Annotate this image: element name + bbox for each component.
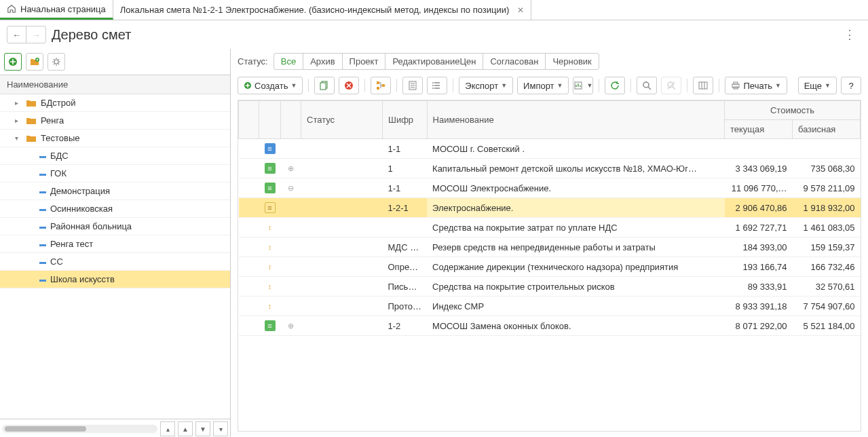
copy-button[interactable]: [314, 77, 335, 94]
row-name: МОСОШ Электроснабжение.: [427, 178, 724, 198]
tree-hscroll[interactable]: [2, 425, 157, 433]
folder-icon: [26, 117, 37, 125]
table-row[interactable]: ≡⊖1-1МОСОШ Электроснабжение.11 096 770,……: [239, 178, 861, 198]
tree-item-label: Осинниковская: [50, 204, 113, 214]
tree-nav-bottom[interactable]: ▾: [213, 421, 228, 436]
tree-item-5[interactable]: ▬Демонстрация: [0, 183, 230, 200]
doc-icon: ▬: [39, 240, 46, 248]
status-tab-4[interactable]: Согласован: [483, 54, 546, 69]
tree-nav-up[interactable]: ▲: [178, 421, 193, 436]
table-row[interactable]: ≡⊕1Капитальный ремонт детской школы иску…: [239, 159, 861, 178]
page-title: Дерево смет: [52, 27, 131, 43]
help-button[interactable]: ?: [841, 77, 861, 94]
table-row[interactable]: ↕Опре…Содержание дирекции (технического …: [239, 257, 861, 277]
list-button[interactable]: [427, 77, 447, 94]
doc-icon: ▬: [39, 258, 46, 265]
table-row[interactable]: ↕Прото…Индекс СМР8 933 391,187 754 907,6…: [239, 297, 861, 316]
table-row[interactable]: ≡1-2-1Электроснабжение.2 906 470,861 918…: [239, 198, 861, 218]
expander-icon[interactable]: ▸: [15, 99, 22, 107]
col-current[interactable]: текущая: [725, 120, 793, 139]
col-status[interactable]: Статус: [301, 101, 383, 139]
menu-dots-button[interactable]: ⋮: [838, 27, 861, 42]
row-base: 1 918 932,00: [793, 198, 861, 218]
expander-icon[interactable]: ▸: [15, 117, 22, 124]
refresh-button[interactable]: [605, 77, 625, 94]
report-button[interactable]: ▼: [573, 77, 593, 94]
hierarchy-button[interactable]: [371, 77, 391, 94]
tree-item-7[interactable]: ▬Районная больница: [0, 218, 230, 235]
col-cost[interactable]: Стоимость: [725, 101, 861, 120]
tree-item-4[interactable]: ▬ГОК: [0, 165, 230, 183]
tree-item-label: ГОК: [50, 168, 67, 178]
expander-icon[interactable]: ▾: [15, 134, 22, 142]
tree-item-6[interactable]: ▬Осинниковская: [0, 200, 230, 218]
export-button[interactable]: Экспорт▼: [459, 77, 513, 94]
col-name[interactable]: Наименование: [427, 101, 724, 139]
doc-icon: ▬: [39, 223, 46, 230]
row-type-icon: ↕: [265, 222, 276, 233]
status-label: Статус:: [238, 56, 268, 66]
delete-button[interactable]: [339, 77, 359, 94]
row-name: Капитальный ремонт детской школы искусст…: [427, 159, 724, 178]
more-button[interactable]: Еще▼: [798, 77, 837, 94]
import-button[interactable]: Импорт▼: [517, 77, 569, 94]
tree-item-2[interactable]: ▾Тестовые: [0, 130, 230, 147]
tree-item-label: Ренга: [41, 115, 64, 126]
tree-item-label: БДС: [50, 151, 69, 161]
status-tab-3[interactable]: РедактированиеЦен: [385, 54, 483, 69]
status-tab-0[interactable]: Все: [274, 54, 303, 69]
svg-rect-9: [382, 84, 385, 87]
nav-back-button[interactable]: ←: [7, 26, 26, 43]
col-base[interactable]: базисная: [793, 120, 861, 139]
status-tab-2[interactable]: Проект: [343, 54, 386, 69]
row-expander[interactable]: ⊕: [281, 159, 301, 178]
add-button[interactable]: [4, 53, 22, 71]
columns-button[interactable]: [693, 77, 713, 94]
table-row[interactable]: ↕МДС …Резерв средств на непредвиденные р…: [239, 238, 861, 257]
table-row[interactable]: ≡1-1МОСОШ г. Советский .: [239, 139, 861, 159]
row-code: 1-2: [383, 316, 428, 336]
row-base: 1 461 083,05: [793, 218, 861, 238]
nav-forward-button[interactable]: →: [26, 26, 45, 43]
row-code: Опре…: [383, 257, 428, 277]
row-current: 1 692 727,71: [725, 218, 793, 238]
row-type-icon: ≡: [265, 163, 276, 174]
search-button[interactable]: [637, 77, 657, 94]
print-button[interactable]: Печать▼: [725, 77, 787, 94]
settings-button[interactable]: [48, 53, 65, 71]
svg-point-15: [643, 82, 649, 88]
doc-icon: ▬: [39, 276, 46, 283]
table-row[interactable]: ↕Средства на покрытие затрат по уплате Н…: [239, 218, 861, 238]
table-row[interactable]: ≡⊕1-2МОСОШ Замена оконных блоков.8 071 2…: [239, 316, 861, 336]
row-expander[interactable]: ⊖: [281, 178, 301, 198]
clear-search-button[interactable]: [661, 77, 681, 94]
tree-item-8[interactable]: ▬Ренга тест: [0, 235, 230, 253]
svg-rect-5: [320, 83, 326, 90]
tree-item-10[interactable]: ▬Школа искусств: [0, 271, 230, 288]
folder-button[interactable]: [26, 53, 43, 71]
tab-document[interactable]: Локальная смета №1-2-1 Электроснабжение.…: [113, 0, 532, 20]
tree-nav-top[interactable]: ▴: [160, 421, 175, 436]
row-code: Пись…: [383, 277, 428, 297]
tree-item-1[interactable]: ▸Ренга: [0, 112, 230, 130]
tab-home[interactable]: Начальная страница: [0, 0, 113, 20]
tree-item-3[interactable]: ▬БДС: [0, 147, 230, 165]
status-tab-5[interactable]: Черновик: [546, 54, 598, 69]
row-name: МОСОШ г. Советский .: [427, 139, 724, 159]
tree-item-9[interactable]: ▬СС: [0, 253, 230, 271]
row-current: 8 933 391,18: [725, 297, 793, 316]
table-row[interactable]: ↕Пись…Средства на покрытие строительных …: [239, 277, 861, 297]
status-tab-1[interactable]: Архив: [303, 54, 342, 69]
create-button[interactable]: Создать ▼: [238, 77, 303, 94]
tree-item-0[interactable]: ▸БДстрой: [0, 94, 230, 112]
col-code[interactable]: Шифр: [383, 101, 428, 139]
row-base: 5 521 184,00: [793, 316, 861, 336]
row-current: 11 096 770,…: [725, 178, 793, 198]
tree-nav-down[interactable]: ▼: [195, 421, 210, 436]
row-base: [793, 139, 861, 159]
properties-button[interactable]: [402, 77, 423, 94]
row-expander[interactable]: ⊕: [281, 316, 301, 336]
row-code: 1-2-1: [383, 198, 428, 218]
row-type-icon: ≡: [265, 143, 276, 154]
close-icon[interactable]: ✕: [517, 5, 524, 15]
